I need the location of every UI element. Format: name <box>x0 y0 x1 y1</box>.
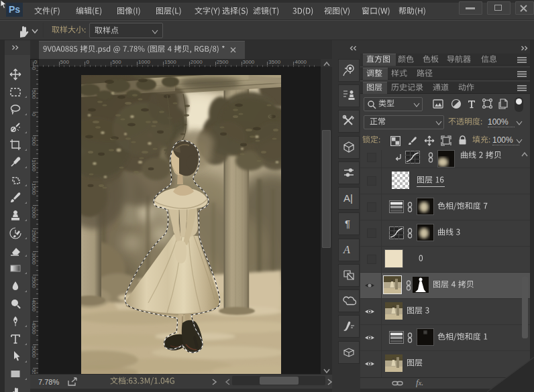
svg-text:A|: A| <box>343 192 353 204</box>
svg-text:¶: ¶ <box>345 218 350 229</box>
svg-text:A: A <box>343 244 350 255</box>
